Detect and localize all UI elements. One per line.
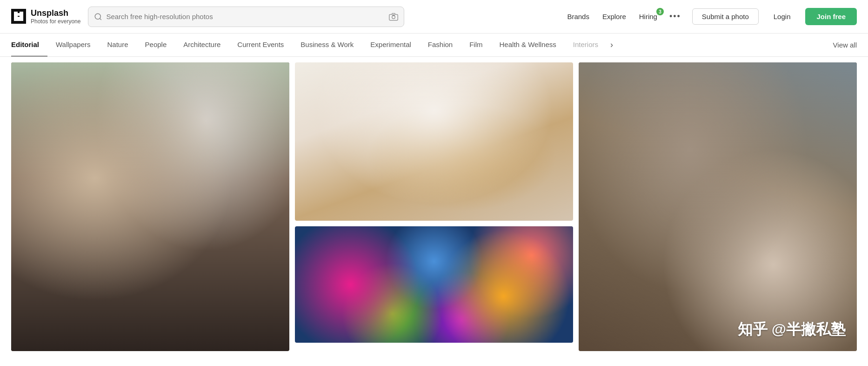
logo-link[interactable]: Unsplash Photos for everyone [11, 8, 80, 25]
nav-hiring[interactable]: Hiring 3 [634, 10, 662, 23]
hiring-badge-count: 3 [656, 8, 664, 15]
search-bar[interactable] [88, 7, 404, 27]
join-free-button[interactable]: Join free [805, 8, 857, 25]
category-editorial[interactable]: Editorial [11, 34, 47, 57]
category-interiors[interactable]: Interiors [565, 34, 607, 57]
svg-rect-2 [14, 12, 18, 17]
svg-rect-4 [14, 17, 23, 21]
camera-icon[interactable] [389, 12, 398, 21]
photo-item-man-phone[interactable] [11, 62, 289, 351]
login-button[interactable]: Login [766, 9, 798, 24]
svg-line-6 [100, 18, 101, 20]
photo-column-1 [11, 62, 289, 351]
category-current-events[interactable]: Current Events [229, 34, 292, 57]
category-people[interactable]: People [137, 34, 175, 57]
main-nav: Brands Explore Hiring 3 ••• [562, 9, 684, 24]
search-icon [94, 13, 102, 21]
category-wallpapers[interactable]: Wallpapers [47, 34, 99, 57]
category-architecture[interactable]: Architecture [175, 34, 229, 57]
category-chevron-icon[interactable]: › [607, 40, 617, 50]
category-health-wellness[interactable]: Health & Wellness [491, 34, 565, 57]
nav-explore[interactable]: Explore [598, 10, 631, 23]
svg-rect-0 [11, 9, 26, 24]
svg-rect-3 [20, 12, 23, 17]
view-all-link[interactable]: View all [833, 41, 857, 49]
photo-item-food-table[interactable] [295, 62, 573, 221]
photo-item-rock-climber[interactable]: 知乎 @半撇私塾 [579, 62, 857, 351]
category-fashion[interactable]: Fashion [420, 34, 461, 57]
more-menu-button[interactable]: ••• [666, 9, 685, 24]
photo-overlay-text: 知乎 @半撇私塾 [738, 319, 846, 340]
photo-column-2 [295, 62, 573, 351]
svg-rect-8 [393, 14, 395, 15]
category-nature[interactable]: Nature [99, 34, 137, 57]
logo-tagline: Photos for everyone [31, 18, 80, 25]
logo-name: Unsplash [31, 8, 80, 19]
nav-brands[interactable]: Brands [562, 10, 594, 23]
header: Unsplash Photos for everyone Brands Expl… [0, 0, 868, 34]
category-experimental[interactable]: Experimental [362, 34, 420, 57]
unsplash-logo-icon [11, 9, 26, 24]
svg-point-5 [95, 14, 101, 19]
category-business-work[interactable]: Business & Work [292, 34, 362, 57]
submit-photo-button[interactable]: Submit a photo [692, 8, 759, 25]
svg-point-7 [392, 15, 395, 19]
category-nav: Editorial Wallpapers Nature People Archi… [0, 34, 868, 57]
category-film[interactable]: Film [461, 34, 491, 57]
photo-item-colorful-paint[interactable] [295, 226, 573, 343]
photo-column-3: 知乎 @半撇私塾 [579, 62, 857, 351]
search-input[interactable] [106, 13, 385, 20]
photo-grid: 知乎 @半撇私塾 [0, 57, 868, 357]
